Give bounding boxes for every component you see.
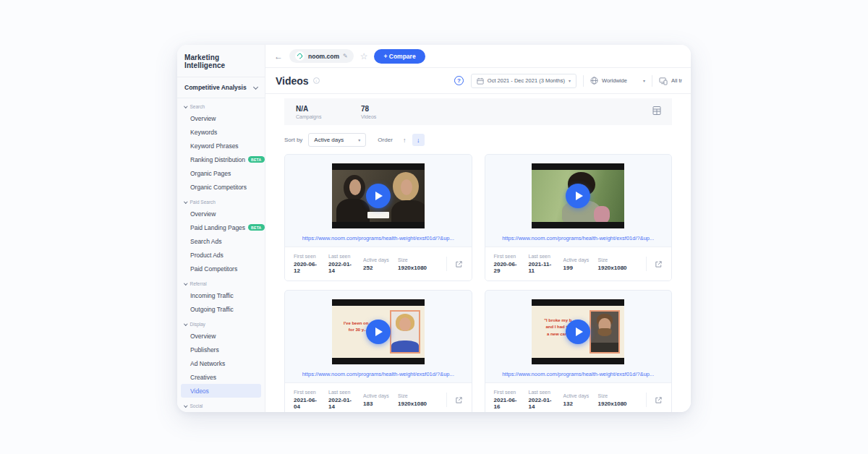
traffic-filter[interactable]: All tr <box>659 77 682 85</box>
sidebar-item-paid-competitors[interactable]: Paid Competitors <box>177 262 265 275</box>
external-link-icon[interactable] <box>646 257 663 271</box>
section-label: Referral <box>190 281 207 286</box>
video-card-stats: First seen2020-06-29 Last seen2021-11-11… <box>485 247 672 280</box>
export-excel-icon[interactable] <box>652 106 662 119</box>
videos-label: Videos <box>361 114 426 119</box>
sort-select[interactable]: Active days ▾ <box>308 133 366 147</box>
date-range-filter[interactable]: Oct 2021 - Dec 2021 (3 Months) ▾ <box>471 74 576 88</box>
caret-down-icon: ▾ <box>358 137 360 142</box>
sidebar-item-keyword-phrases[interactable]: Keyword Phrases <box>177 139 265 153</box>
sidebar-item-paid-overview[interactable]: Overview <box>177 207 265 220</box>
letterbox-bar <box>332 163 425 170</box>
sidebar-item-videos[interactable]: Videos <box>181 384 261 398</box>
main-panel: ← noom.com ✎ ☆ + Compare Videos i ? Oct … <box>265 45 691 412</box>
order-asc-button[interactable]: ↑ <box>399 134 411 146</box>
compare-button[interactable]: + Compare <box>374 49 425 64</box>
play-button[interactable] <box>366 320 391 344</box>
last-seen-label: Last seen <box>328 390 354 395</box>
video-url-link[interactable]: https://www.noom.com/programs/health-wei… <box>502 371 654 377</box>
topbar: ← noom.com ✎ ☆ + Compare <box>265 45 691 68</box>
portrait-frame <box>590 310 620 354</box>
sidebar-section-search[interactable]: Search <box>177 98 265 111</box>
edit-icon[interactable]: ✎ <box>343 53 348 59</box>
sidebar-item-outgoing-traffic[interactable]: Outgoing Traffic <box>177 302 265 316</box>
item-label: Paid Competitors <box>190 265 237 273</box>
item-label: Ad Networks <box>190 360 225 367</box>
region-filter[interactable]: Worldwide ▾ <box>590 77 645 85</box>
active-days-label: Active days <box>563 257 590 262</box>
letterbox-bar <box>332 299 425 306</box>
first-seen-value: 2020-06-29 <box>494 261 520 274</box>
video-thumbnail[interactable]: "I broke my b and I had to a new care <box>532 299 624 364</box>
last-seen-label: Last seen <box>529 390 555 395</box>
section-label: Display <box>190 322 205 327</box>
active-days-label: Active days <box>563 393 590 398</box>
external-link-icon[interactable] <box>646 393 663 407</box>
sidebar-item-display-overview[interactable]: Overview <box>177 329 265 343</box>
sidebar-item-keywords[interactable]: Keywords <box>177 125 265 139</box>
sidebar-item-organic-pages[interactable]: Organic Pages <box>177 166 265 180</box>
video-url-link[interactable]: https://www.noom.com/programs/health-wei… <box>302 371 454 377</box>
chevron-down-icon <box>184 105 187 108</box>
play-icon <box>375 327 383 336</box>
last-seen-value: 2022-01-14 <box>328 397 354 410</box>
video-thumbnail[interactable] <box>532 163 624 228</box>
sidebar-item-ad-networks[interactable]: Ad Networks <box>177 356 265 370</box>
item-label: Ranking Distribution <box>190 156 245 163</box>
play-button[interactable] <box>566 184 590 208</box>
active-days-label: Active days <box>363 257 389 262</box>
item-label: Product Ads <box>190 252 224 259</box>
sidebar-root-label: Competitive Analysis <box>184 84 247 91</box>
sidebar-item-publishers[interactable]: Publishers <box>177 343 265 356</box>
sidebar-item-product-ads[interactable]: Product Ads <box>177 248 265 262</box>
external-link-icon[interactable] <box>446 393 463 407</box>
sidebar-item-paid-landing-pages[interactable]: Paid Landing Pages BETA <box>177 220 265 234</box>
video-card: https://www.noom.com/programs/health-wei… <box>485 154 673 281</box>
size-value: 1920x1080 <box>598 401 633 407</box>
sidebar-section-display[interactable]: Display <box>177 316 265 329</box>
video-url-link[interactable]: https://www.noom.com/programs/health-wei… <box>302 235 454 241</box>
chevron-down-icon <box>253 84 258 89</box>
info-icon[interactable]: i <box>313 77 320 84</box>
last-seen-value: 2021-11-11 <box>529 261 555 274</box>
portrait-frame <box>390 310 420 354</box>
chevron-down-icon <box>184 404 187 408</box>
sidebar-item-organic-competitors[interactable]: Organic Competitors <box>177 180 265 194</box>
play-button[interactable] <box>366 184 391 208</box>
sidebar-item-social-overview[interactable]: Social Overview <box>177 411 265 412</box>
size-label: Size <box>398 257 433 262</box>
help-icon[interactable]: ? <box>454 76 464 85</box>
video-url-link[interactable]: https://www.noom.com/programs/health-wei… <box>502 235 654 241</box>
page-title: Videos <box>276 75 309 87</box>
sidebar-item-competitive-analysis[interactable]: Competitive Analysis <box>177 77 265 98</box>
first-seen-value: 2021-06-04 <box>294 397 320 410</box>
video-thumbnail[interactable]: I've been on a for 30 y... <box>332 299 425 364</box>
play-button[interactable] <box>566 320 590 344</box>
campaigns-value: N/A <box>296 105 361 113</box>
video-card-stats: First seen2021-06-04 Last seen2022-01-14… <box>285 382 472 412</box>
sidebar-item-search-ads[interactable]: Search Ads <box>177 234 265 248</box>
sidebar: Marketing Intelligence Competitive Analy… <box>177 45 265 412</box>
caret-down-icon: ▾ <box>643 78 645 83</box>
item-label: Organic Competitors <box>190 184 247 191</box>
sidebar-section-referral[interactable]: Referral <box>177 275 265 288</box>
play-icon <box>576 327 583 336</box>
order-desc-button[interactable]: ↓ <box>412 134 425 146</box>
caret-down-icon: ▾ <box>569 78 571 83</box>
domain-pill[interactable]: noom.com ✎ <box>289 49 354 63</box>
video-thumbnail[interactable] <box>332 163 425 228</box>
item-label: Paid Landing Pages <box>190 224 245 231</box>
sidebar-item-ranking-distribution[interactable]: Ranking Distribution BETA <box>177 153 265 166</box>
sidebar-section-social[interactable]: Social <box>177 398 265 411</box>
sidebar-item-creatives[interactable]: Creatives <box>177 370 265 384</box>
sort-value: Active days <box>314 137 344 143</box>
star-icon[interactable]: ☆ <box>360 51 368 61</box>
chevron-down-icon <box>184 200 187 204</box>
sidebar-item-incoming-traffic[interactable]: Incoming Traffic <box>177 288 265 302</box>
sidebar-item-overview[interactable]: Overview <box>177 111 265 125</box>
external-link-icon[interactable] <box>446 257 463 271</box>
sidebar-section-paid-search[interactable]: Paid Search <box>177 194 265 207</box>
domain-name: noom.com <box>308 53 339 60</box>
back-arrow-icon[interactable]: ← <box>274 52 283 61</box>
active-days-value: 199 <box>563 265 590 271</box>
